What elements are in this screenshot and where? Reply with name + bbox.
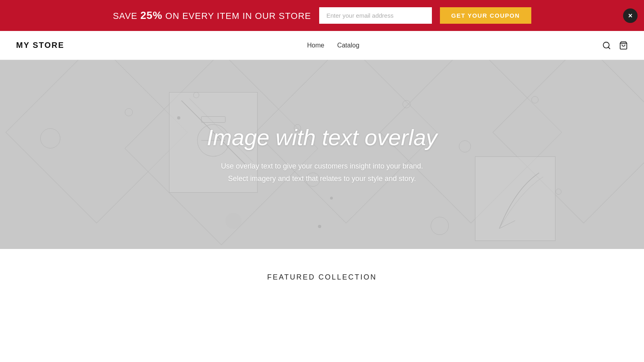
circle-decoration — [459, 140, 471, 152]
dot-decoration — [330, 197, 333, 200]
circle-decoration — [193, 92, 199, 98]
hero-title: Image with text overlay — [207, 124, 438, 150]
dot-decoration — [318, 225, 321, 228]
circle-decoration — [125, 108, 133, 116]
nav-home[interactable]: Home — [307, 42, 324, 49]
svg-rect-5 — [201, 117, 225, 123]
cart-button[interactable] — [619, 41, 628, 50]
circle-decoration — [531, 96, 539, 103]
circle-decoration — [225, 213, 242, 229]
circle-decoration — [402, 100, 411, 108]
promo-suffix: ON EVERY ITEM IN OUR STORE — [163, 11, 311, 21]
announcement-bar: SAVE 25% ON EVERY ITEM IN OUR STORE GET … — [0, 0, 644, 31]
header-icons — [602, 41, 628, 50]
cart-icon — [619, 41, 628, 50]
featured-section: FEATURED COLLECTION — [0, 249, 644, 298]
promo-percent: 25% — [140, 9, 163, 21]
promo-prefix: SAVE — [113, 11, 140, 21]
hero-overlay: Image with text overlay Use overlay text… — [191, 124, 454, 185]
search-icon — [602, 41, 611, 50]
circle-decoration — [40, 128, 60, 148]
photo-placeholder — [475, 156, 555, 241]
site-header: MY STORE Home Catalog — [0, 31, 644, 60]
coupon-button[interactable]: GET YOUR COUPON — [440, 7, 531, 24]
search-button[interactable] — [602, 41, 611, 50]
circle-decoration — [555, 189, 561, 195]
email-input[interactable] — [319, 7, 432, 24]
hero-subtitle: Use overlay text to give your customers … — [207, 160, 438, 185]
close-button[interactable]: × — [623, 8, 638, 23]
promo-text: SAVE 25% ON EVERY ITEM IN OUR STORE — [113, 9, 311, 22]
svg-line-1 — [608, 47, 610, 49]
featured-heading: FEATURED COLLECTION — [16, 273, 628, 282]
hero-section: Image with text overlay Use overlay text… — [0, 60, 644, 249]
circle-decoration — [431, 217, 449, 235]
dot-decoration — [177, 116, 180, 119]
main-nav: Home Catalog — [307, 42, 359, 49]
nav-catalog[interactable]: Catalog — [337, 42, 359, 49]
site-logo: MY STORE — [16, 41, 64, 50]
